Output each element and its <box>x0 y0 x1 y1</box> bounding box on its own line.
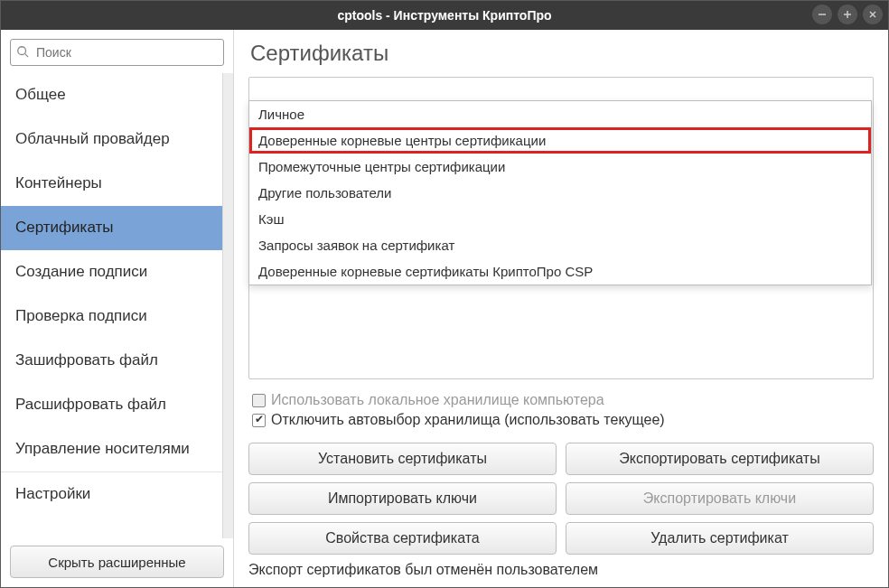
body: Общее Облачный провайдер Контейнеры Серт… <box>1 30 888 587</box>
sidebar-item-settings[interactable]: Настройки <box>1 471 222 517</box>
status-text: Экспорт сертификатов был отменён пользов… <box>248 562 874 578</box>
check-use-local-store-row: Использовать локальное хранилище компьют… <box>252 392 874 408</box>
sidebar-scrollbar[interactable] <box>222 73 233 538</box>
search-input[interactable] <box>34 44 218 61</box>
install-certificates-button[interactable]: Установить сертификаты <box>248 443 557 475</box>
sidebar-item-create-signature[interactable]: Создание подписи <box>1 250 222 294</box>
export-keys-button: Экспортировать ключи <box>566 482 874 515</box>
sidebar-item-encrypt-file[interactable]: Зашифровать файл <box>1 339 222 383</box>
store-dropdown: Личное Доверенные корневые центры сертиф… <box>248 100 872 285</box>
check-use-local-store <box>252 394 266 407</box>
svg-point-5 <box>18 46 26 54</box>
certificate-properties-button[interactable]: Свойства сертификата <box>248 522 557 555</box>
delete-certificate-button[interactable]: Удалить сертификат <box>566 522 874 555</box>
dropdown-item-cache[interactable]: Кэш <box>249 206 871 232</box>
dropdown-item-intermediate-ca[interactable]: Промежуточные центры сертификации <box>249 154 871 180</box>
sidebar-item-manage-media[interactable]: Управление носителями <box>1 427 222 471</box>
minimize-icon[interactable] <box>812 5 832 24</box>
dropdown-item-cryptopro-trusted-root[interactable]: Доверенные корневые сертификаты КриптоПр… <box>249 258 871 285</box>
options-block: Использовать локальное хранилище компьют… <box>252 388 874 432</box>
close-icon[interactable] <box>863 5 883 24</box>
dropdown-item-trusted-root-ca[interactable]: Доверенные корневые центры сертификации <box>249 127 871 154</box>
svg-line-6 <box>25 53 29 57</box>
sidebar: Общее Облачный провайдер Контейнеры Серт… <box>1 30 234 587</box>
search-input-wrap[interactable] <box>10 39 224 66</box>
search-wrap <box>1 30 233 73</box>
sidebar-item-cloud-provider[interactable]: Облачный провайдер <box>1 117 222 162</box>
check-use-local-store-label: Использовать локальное хранилище компьют… <box>271 392 604 408</box>
sidebar-item-verify-signature[interactable]: Проверка подписи <box>1 294 222 339</box>
hide-advanced-button[interactable]: Скрыть расширенные <box>10 546 224 578</box>
dropdown-item-personal[interactable]: Личное <box>249 101 871 127</box>
maximize-icon[interactable] <box>838 5 857 24</box>
import-keys-button[interactable]: Импортировать ключи <box>248 482 557 515</box>
check-disable-autoselect-label: Отключить автовыбор хранилища (использов… <box>271 412 665 428</box>
titlebar: cptools - Инструменты КриптоПро <box>1 1 888 30</box>
page-title: Сертификаты <box>250 41 874 66</box>
sidebar-item-certificates[interactable]: Сертификаты <box>1 206 222 250</box>
dropdown-item-cert-requests[interactable]: Запросы заявок на сертификат <box>249 232 871 258</box>
dropdown-item-other-users[interactable]: Другие пользователи <box>249 180 871 206</box>
main-pane: Сертификаты Личное Доверенные корневые ц… <box>234 30 888 587</box>
app-window: cptools - Инструменты КриптоПро <box>0 0 889 588</box>
sidebar-item-general[interactable]: Общее <box>1 73 222 117</box>
check-disable-autoselect[interactable] <box>252 414 266 427</box>
window-controls <box>812 5 883 24</box>
nav-list: Общее Облачный провайдер Контейнеры Серт… <box>1 73 222 538</box>
sidebar-item-decrypt-file[interactable]: Расшифровать файл <box>1 383 222 427</box>
check-disable-autoselect-row[interactable]: Отключить автовыбор хранилища (использов… <box>252 412 874 428</box>
search-icon <box>16 45 29 61</box>
button-grid: Установить сертификаты Экспортировать се… <box>248 443 874 555</box>
sidebar-item-containers[interactable]: Контейнеры <box>1 162 222 206</box>
export-certificates-button[interactable]: Экспортировать сертификаты <box>566 443 874 475</box>
window-title: cptools - Инструменты КриптоПро <box>337 8 551 23</box>
